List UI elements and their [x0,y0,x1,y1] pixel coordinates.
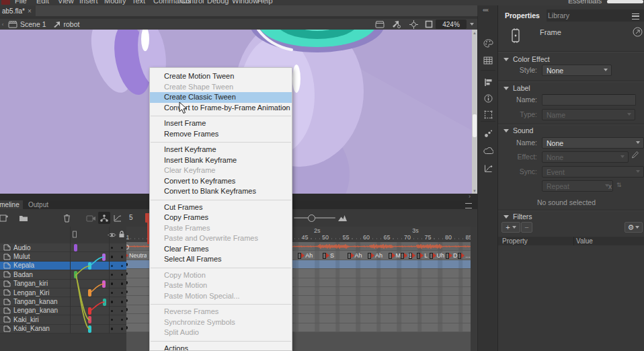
menu-item-convert-to-frame-by-frame-animation[interactable]: Convert to Frame-by-Frame Animation› [150,103,292,114]
info-icon[interactable] [478,90,498,106]
timeline-zoom-slider-knob[interactable] [308,214,315,222]
layer-lock-dot[interactable] [121,265,124,268]
layer-row-lengan_kanan[interactable]: Lengan_kanan [0,307,126,315]
tab-properties[interactable]: Properties [498,9,547,22]
brush-library-icon[interactable] [478,125,498,141]
style-dropdown[interactable]: None [542,65,612,76]
align-icon[interactable] [478,74,498,90]
menu-window[interactable]: Window [232,0,258,5]
delete-layer-icon[interactable] [61,212,73,224]
edit-symbol-icon[interactable] [390,20,402,28]
lip-sync-label[interactable]: Uh [437,252,445,259]
layer-lock-dot[interactable] [121,327,124,330]
menu-insert[interactable]: Insert [79,0,98,5]
menu-item-select-all-frames[interactable]: Select All Frames [150,254,292,265]
workspace-switcher[interactable]: Essentials [568,0,602,5]
panel-menu-icon[interactable] [465,203,472,208]
lip-sync-label[interactable]: Ah [355,252,362,259]
document-tab[interactable]: ab5.fla* × [0,5,36,16]
layer-row-tangan_kiri[interactable]: Tangan_kiri [0,280,126,288]
tab-output[interactable]: Output [24,200,52,209]
symbol-breadcrumb[interactable]: robot [64,20,80,28]
parenting-view-icon[interactable] [98,212,110,224]
clapperboard-icon[interactable] [5,21,20,28]
stage-zoom-value[interactable]: 424% [436,20,467,29]
layer-lock-dot[interactable] [121,282,124,285]
lock-column-icon[interactable] [118,231,125,239]
search-input[interactable] [607,0,643,3]
lip-sync-label[interactable]: Neutral [129,252,147,259]
add-filter-button[interactable]: + [501,222,520,233]
pin-arrow-icon[interactable] [633,27,643,38]
menu-item-insert-blank-keyframe[interactable]: Insert Blank Keyframe [150,155,292,166]
menu-item-create-classic-tween[interactable]: Create Classic Tween [150,92,292,103]
remove-filter-button[interactable]: − [521,222,532,233]
layer-row-lengan_kiri[interactable]: Lengan_Kiri [0,288,126,297]
menu-item-cut-frames[interactable]: Cut Frames [150,202,292,213]
parent-marker-lengan_kiri[interactable] [88,289,91,297]
keyframe-dot[interactable] [126,317,128,321]
layer-lock-dot[interactable] [121,301,124,303]
menu-text[interactable]: Text [132,0,145,5]
label-name-input[interactable] [542,94,636,106]
layer-row-badan[interactable]: Badan [0,270,126,279]
clip-content-icon[interactable] [423,20,435,28]
menu-item-actions[interactable]: Actions [150,344,292,351]
parent-marker-tangan_kiri[interactable] [102,280,106,288]
keyframe-dot[interactable] [126,326,128,329]
new-layer-icon[interactable] [0,212,9,224]
hscroll-right-icon[interactable]: › [469,193,471,200]
scene-breadcrumb[interactable]: Scene 1 [20,20,46,28]
layer-visibility-dot[interactable] [111,310,114,313]
menu-item-clear-frames[interactable]: Clear Frames [150,244,292,255]
parent-marker-mulut[interactable] [102,254,106,261]
empty-keyframe-circle[interactable] [126,245,129,249]
menu-item-remove-frames[interactable]: Remove Frames [150,129,292,140]
lip-sync-label[interactable]: S [330,252,334,259]
center-stage-icon[interactable] [407,20,419,29]
layer-visibility-dot[interactable] [111,301,114,303]
parent-marker-lengan_kanan[interactable] [88,307,91,315]
parent-marker-badan[interactable] [74,271,77,278]
parent-marker-kaki_kanan[interactable] [88,325,91,333]
layer-row-kepala[interactable]: Kepala [0,262,126,270]
scroll-down-icon[interactable]: ▼ [472,189,477,193]
menu-item-convert-to-blank-keyframes[interactable]: Convert to Blank Keyframes [150,186,292,197]
layer-row-mulut[interactable]: Mulut [0,252,126,261]
swatches-icon[interactable] [478,52,498,69]
keyframe-dot[interactable] [126,281,128,284]
zoom-chevron-icon[interactable] [470,23,474,26]
keyframe-dot[interactable] [126,308,128,311]
menu-control[interactable]: Control [180,0,204,5]
menu-help[interactable]: Help [257,0,273,5]
edit-scene-icon[interactable] [374,21,386,28]
pencil-icon[interactable] [631,151,639,161]
section-filters[interactable]: Filters [504,212,532,221]
tab-timeline[interactable]: Timeline [0,200,23,209]
keyframe-dot[interactable] [126,290,128,294]
lip-sync-label[interactable]: D [453,252,458,259]
keyframe-dot[interactable] [126,263,128,266]
transform-icon[interactable] [478,106,498,122]
layer-lock-dot[interactable] [121,256,124,258]
menu-item-insert-frame[interactable]: Insert Frame [150,118,292,129]
panel-menu-icon[interactable] [632,13,639,20]
parent-marker-kepala[interactable] [88,262,91,270]
collapse-panels-icon[interactable]: «« [483,7,488,13]
close-tab-icon[interactable]: × [28,7,32,15]
section-sound[interactable]: Sound [504,126,533,134]
layer-row-kaki_kiri[interactable]: Kaki_kiri [0,315,126,324]
back-chevron-icon[interactable]: ‹ [0,22,5,28]
color-palette-icon[interactable] [478,35,498,51]
section-label[interactable]: Label [504,84,530,92]
filter-options-gear-button[interactable]: ⚙ [625,222,643,233]
menu-modify[interactable]: Modify [104,0,126,5]
tab-library[interactable]: Library [541,9,576,22]
scroll-up-icon[interactable]: ▲ [472,31,477,35]
layer-visibility-dot[interactable] [111,256,114,258]
menu-debug[interactable]: Debug [207,0,229,5]
creative-cloud-icon[interactable] [478,143,498,159]
lip-sync-label[interactable]: Ah [375,252,383,259]
parent-marker-audio[interactable] [74,244,77,251]
new-folder-icon[interactable] [17,212,30,224]
